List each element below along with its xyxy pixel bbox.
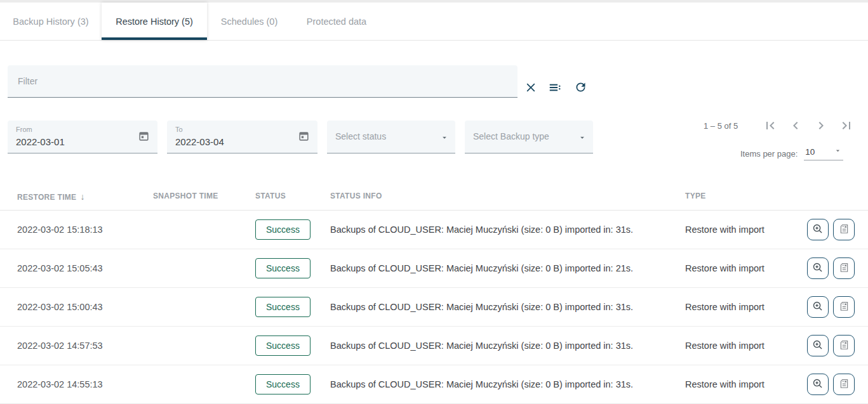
tab-label: Schedules (0) bbox=[221, 16, 277, 27]
tab-label: Protected data bbox=[307, 16, 366, 27]
restore-time-cell: 2022-03-02 15:05:43 bbox=[17, 263, 103, 273]
pagination-range: 1 – 5 of 5 bbox=[704, 121, 738, 131]
report-icon bbox=[838, 339, 850, 353]
type-cell: Restore with import bbox=[685, 341, 765, 351]
type-cell: Restore with import bbox=[685, 225, 765, 235]
calendar-icon bbox=[298, 134, 310, 144]
table-row: 2022-03-02 14:55:13 Success Backups of C… bbox=[0, 365, 868, 404]
details-zoom-button[interactable] bbox=[807, 335, 829, 356]
next-page-button[interactable] bbox=[813, 118, 829, 134]
tab-backup-history[interactable]: Backup History (3) bbox=[0, 3, 102, 40]
filter-field bbox=[8, 65, 517, 98]
details-zoom-button[interactable] bbox=[807, 374, 829, 395]
zoom-in-icon bbox=[811, 377, 824, 392]
type-cell: Restore with import bbox=[685, 263, 765, 273]
filter-input[interactable] bbox=[8, 65, 517, 97]
filter-list-icon bbox=[548, 81, 562, 96]
items-per-page-value: 10 bbox=[805, 147, 815, 157]
status-info-cell: Backups of CLOUD_USER: Maciej Muczyński … bbox=[330, 225, 633, 235]
refresh-icon bbox=[574, 81, 587, 96]
report-button[interactable] bbox=[833, 296, 855, 318]
from-calendar-button[interactable] bbox=[136, 129, 151, 145]
status-info-cell: Backups of CLOUD_USER: Maciej Muczyński … bbox=[330, 341, 633, 351]
to-date-value: 2022-03-04 bbox=[175, 136, 224, 147]
clear-filter-button[interactable] bbox=[522, 79, 540, 97]
tab-label: Restore History (5) bbox=[116, 16, 193, 27]
refresh-button[interactable] bbox=[571, 79, 589, 97]
report-icon bbox=[838, 261, 850, 275]
to-date-field[interactable]: To 2022-03-04 bbox=[167, 121, 317, 153]
status-badge: Success bbox=[255, 336, 310, 356]
zoom-in-icon bbox=[811, 339, 824, 353]
tab-protected-data[interactable]: Protected data bbox=[291, 3, 382, 40]
status-select-placeholder: Select status bbox=[335, 131, 386, 141]
type-cell: Restore with import bbox=[685, 379, 765, 389]
row-actions bbox=[807, 257, 855, 279]
from-date-field[interactable]: From 2022-03-01 bbox=[8, 121, 157, 153]
first-page-button[interactable] bbox=[762, 118, 778, 134]
restore-time-cell: 2022-03-02 14:55:13 bbox=[17, 379, 103, 389]
items-per-page-select[interactable]: 10 bbox=[804, 147, 843, 160]
last-page-button[interactable] bbox=[838, 118, 855, 134]
sort-descending-icon: ↓ bbox=[80, 192, 84, 202]
table-row: 2022-03-02 15:05:43 Success Backups of C… bbox=[0, 249, 868, 288]
zoom-in-icon bbox=[811, 223, 824, 237]
status-badge: Success bbox=[255, 374, 310, 394]
chevron-down-icon bbox=[440, 133, 449, 144]
tab-bar: Backup History (3) Restore History (5) S… bbox=[0, 3, 868, 41]
to-label: To bbox=[175, 126, 183, 133]
details-zoom-button[interactable] bbox=[807, 257, 829, 279]
zoom-in-icon bbox=[811, 261, 824, 276]
filter-options-button[interactable] bbox=[546, 79, 564, 97]
status-info-cell: Backups of CLOUD_USER: Maciej Muczyński … bbox=[330, 379, 633, 389]
report-button[interactable] bbox=[833, 257, 855, 279]
backup-type-select[interactable]: Select Backup type bbox=[465, 121, 593, 153]
table-row: 2022-03-02 14:57:53 Success Backups of C… bbox=[0, 327, 868, 365]
details-zoom-button[interactable] bbox=[807, 219, 829, 240]
status-badge: Success bbox=[255, 297, 310, 317]
tab-label: Backup History (3) bbox=[13, 16, 88, 27]
first-page-icon bbox=[763, 118, 778, 135]
report-icon bbox=[838, 223, 850, 237]
column-header-snapshot-time[interactable]: SNAPSHOT TIME bbox=[153, 192, 218, 200]
column-header-status[interactable]: STATUS bbox=[255, 192, 286, 200]
tab-restore-history[interactable]: Restore History (5) bbox=[102, 3, 207, 40]
report-button[interactable] bbox=[833, 374, 855, 395]
previous-page-icon bbox=[788, 118, 803, 135]
table-body: 2022-03-02 15:18:13 Success Backups of C… bbox=[0, 211, 868, 404]
next-page-icon bbox=[813, 118, 829, 135]
table-header: RESTORE TIME↓ SNAPSHOT TIME STATUS STATU… bbox=[0, 183, 868, 211]
clear-icon bbox=[524, 81, 537, 96]
status-badge: Success bbox=[255, 219, 310, 240]
table-row: 2022-03-02 15:18:13 Success Backups of C… bbox=[0, 211, 868, 249]
status-info-cell: Backups of CLOUD_USER: Maciej Muczyński … bbox=[330, 302, 633, 312]
zoom-in-icon bbox=[811, 300, 824, 315]
row-actions bbox=[807, 335, 855, 356]
chevron-down-icon bbox=[834, 147, 842, 157]
status-cell: Success bbox=[255, 374, 310, 394]
report-button[interactable] bbox=[833, 219, 855, 240]
items-per-page: Items per page: 10 bbox=[740, 147, 843, 160]
column-header-status-info[interactable]: STATUS INFO bbox=[330, 192, 382, 200]
calendar-icon bbox=[138, 134, 150, 144]
column-label: RESTORE TIME bbox=[17, 193, 76, 202]
backup-type-select-placeholder: Select Backup type bbox=[473, 131, 549, 141]
column-header-restore-time[interactable]: RESTORE TIME↓ bbox=[17, 192, 85, 202]
to-calendar-button[interactable] bbox=[296, 129, 311, 145]
last-page-icon bbox=[839, 118, 854, 135]
column-header-type[interactable]: TYPE bbox=[685, 192, 706, 200]
report-icon bbox=[838, 377, 850, 391]
report-button[interactable] bbox=[833, 335, 855, 356]
previous-page-button[interactable] bbox=[787, 118, 804, 134]
row-actions bbox=[807, 219, 855, 240]
chevron-down-icon bbox=[578, 133, 587, 144]
restore-time-cell: 2022-03-02 14:57:53 bbox=[17, 341, 103, 351]
status-select[interactable]: Select status bbox=[327, 121, 455, 153]
row-actions bbox=[807, 374, 855, 395]
row-actions bbox=[807, 296, 855, 318]
restore-time-cell: 2022-03-02 15:00:43 bbox=[17, 302, 103, 312]
tab-schedules[interactable]: Schedules (0) bbox=[207, 3, 291, 40]
details-zoom-button[interactable] bbox=[807, 296, 829, 318]
status-cell: Success bbox=[255, 297, 310, 317]
items-per-page-label: Items per page: bbox=[740, 149, 798, 159]
